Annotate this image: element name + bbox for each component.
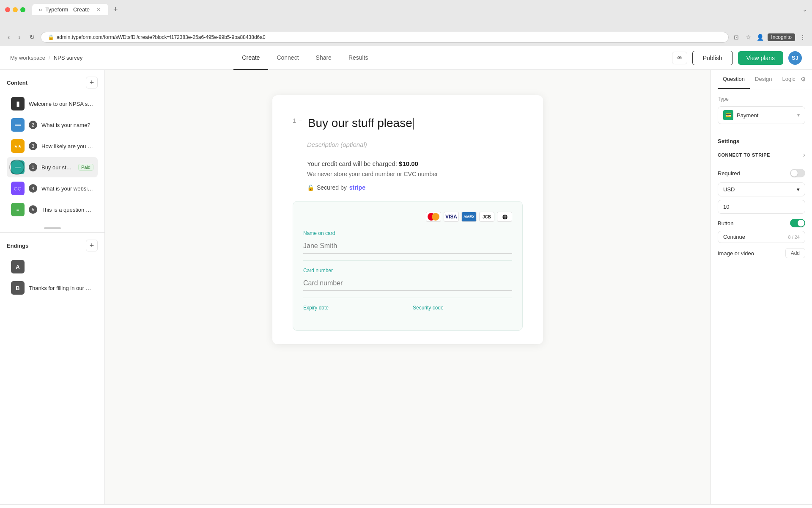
question-number-badge: 1 → — [293, 117, 303, 124]
sidebar-item-payment[interactable]: ══ 1 Buy our stuff please Paid — [7, 157, 98, 177]
scroll-indicator — [44, 227, 61, 229]
type-value: Payment — [737, 112, 794, 119]
traffic-light-red[interactable] — [5, 7, 10, 12]
text-cursor — [413, 118, 414, 130]
amount-input[interactable] — [718, 200, 805, 214]
preview-button[interactable]: 👁 — [672, 52, 687, 64]
type-label: Type — [718, 96, 805, 102]
connect-stripe-label: CONNECT TO STRIPE — [718, 152, 770, 157]
continue-count: 8 / 24 — [788, 235, 800, 240]
traffic-light-green[interactable] — [20, 7, 25, 12]
currency-label: USD — [723, 186, 735, 193]
nps-item-icon: ★★ — [11, 139, 25, 153]
required-toggle[interactable] — [790, 169, 805, 177]
button-label: Button — [718, 220, 734, 226]
currency-selector[interactable]: USD ▾ — [718, 182, 805, 196]
nav-refresh-button[interactable]: ↻ — [27, 31, 37, 43]
tab-design[interactable]: Design — [750, 70, 777, 89]
expiry-label: Expiry date — [303, 305, 403, 311]
add-media-button[interactable]: Add — [785, 248, 805, 258]
name-item-icon: ══ — [11, 118, 25, 132]
question-title[interactable]: Buy our stuff please — [308, 116, 523, 131]
security-label: Security code — [413, 305, 512, 311]
nav-forward-button[interactable]: › — [16, 32, 23, 43]
nav-connect[interactable]: Connect — [268, 46, 307, 70]
nav-results[interactable]: Results — [340, 46, 377, 70]
profile-icon[interactable]: 👤 — [756, 33, 764, 41]
add-content-button[interactable]: + — [86, 77, 98, 88]
button-row: Button — [718, 219, 805, 227]
payment-badge: Paid — [78, 164, 93, 171]
website-item-number: 4 — [29, 184, 37, 193]
header-actions: 👁 Publish View plans SJ — [672, 51, 802, 65]
ending-item-a[interactable]: A — [7, 257, 98, 277]
type-selector[interactable]: 💳 Payment ▾ — [718, 106, 805, 124]
ending-item-b[interactable]: B Thanks for filling in our survey — [7, 278, 98, 298]
tab-question[interactable]: Question — [718, 70, 750, 89]
sidebar-item-welcome[interactable]: ▐▌ Welcome to our NPSA survey. We wil...… — [7, 94, 98, 114]
nav-back-button[interactable]: ‹ — [5, 32, 12, 43]
payment-form: VISA AMEX JCB ⊕ Name on card Card number — [293, 201, 523, 331]
incognito-badge: Incognito — [768, 33, 795, 41]
charge-text: Your credit card will be charged: $10.00 — [307, 160, 523, 167]
window-minimize[interactable]: ⌄ — [803, 7, 807, 13]
field-divider-2 — [303, 298, 512, 298]
panel-settings-icon[interactable]: ⚙ — [801, 70, 806, 89]
visa-icon: VISA — [444, 212, 459, 222]
view-plans-button[interactable]: View plans — [738, 51, 783, 65]
connect-stripe-row[interactable]: CONNECT TO STRIPE › — [718, 149, 805, 160]
add-ending-button[interactable]: + — [86, 240, 98, 251]
question-header: 1 → Buy our stuff please — [293, 116, 523, 134]
payment-item-number: 1 — [29, 163, 37, 171]
group-item-text: This is a question group? — [41, 207, 93, 213]
mastercard-icon — [426, 212, 441, 222]
ending-a-icon: A — [11, 260, 25, 273]
card-number-input[interactable] — [303, 276, 512, 291]
settings-label: Settings — [718, 138, 805, 144]
button-toggle[interactable] — [790, 219, 805, 227]
traffic-light-yellow[interactable] — [13, 7, 18, 12]
sidebar-item-website[interactable]: ⬡⬡ 4 What is your website? — [7, 178, 98, 199]
form-preview: 1 → Buy our stuff please Description (op… — [272, 95, 543, 344]
publish-button[interactable]: Publish — [692, 51, 733, 65]
nps-item-text: How likely are you to recommend us ...ri… — [41, 143, 93, 149]
user-avatar[interactable]: SJ — [788, 51, 802, 65]
main-nav: Create Connect Share Results — [233, 46, 376, 70]
sidebar-item-group[interactable]: ≡ 5 This is a question group? — [7, 199, 98, 220]
name-item-number: 2 — [29, 121, 37, 129]
browser-tab-active[interactable]: ○ Typeform - Create ✕ — [32, 4, 108, 15]
tab-close-button[interactable]: ✕ — [96, 7, 101, 13]
url-bar[interactable]: 🔒 admin.typeform.com/form/sWDtsfDj/creat… — [41, 32, 729, 43]
charge-amount: $10.00 — [399, 160, 418, 167]
expiry-field: Expiry date — [303, 305, 403, 313]
endings-section-title: Endings — [7, 243, 28, 249]
bookmark-icon[interactable]: ☆ — [744, 33, 752, 41]
tab-logic[interactable]: Logic — [777, 70, 801, 89]
group-item-icon: ≡ — [11, 203, 25, 216]
group-item-number: 5 — [29, 205, 37, 214]
sidebar-item-name[interactable]: ══ 2 What is your name? — [7, 115, 98, 135]
content-area: 1 → Buy our stuff please Description (op… — [105, 70, 710, 504]
required-label: Required — [718, 170, 740, 177]
payment-item-text: Buy our stuff please — [41, 164, 74, 171]
question-description[interactable]: Description (optional) — [307, 141, 523, 148]
charge-prefix: Your credit card will be charged: — [307, 160, 397, 167]
cast-icon[interactable]: ⊡ — [732, 33, 741, 41]
question-arrow: → — [298, 118, 303, 124]
toggle-knob — [791, 170, 798, 177]
ssl-lock-icon: 🔒 — [48, 34, 54, 40]
breadcrumb-survey[interactable]: NPS survey — [54, 55, 83, 61]
menu-icon[interactable]: ⋮ — [798, 33, 807, 41]
payment-item-icon: ══ — [11, 160, 25, 174]
new-tab-button[interactable]: + — [110, 3, 121, 16]
nav-share[interactable]: Share — [307, 46, 340, 70]
nav-create[interactable]: Create — [233, 46, 268, 70]
app-header: My workspace / NPS survey Create Connect… — [0, 46, 812, 70]
name-input[interactable] — [303, 239, 512, 254]
sidebar: Content + ▐▌ Welcome to our NPSA survey.… — [0, 70, 105, 504]
diners-icon: ⊕ — [497, 212, 512, 222]
breadcrumb-workspace[interactable]: My workspace — [10, 55, 45, 61]
ending-b-text: Thanks for filling in our survey — [29, 285, 93, 291]
continue-field[interactable]: Continue 8 / 24 — [718, 231, 805, 243]
sidebar-item-nps[interactable]: ★★ 3 How likely are you to recommend us … — [7, 136, 98, 156]
